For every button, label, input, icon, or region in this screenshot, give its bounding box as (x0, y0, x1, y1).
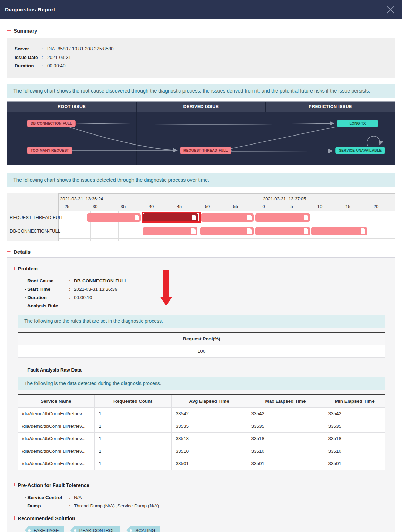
tick-label: 20 (374, 204, 378, 209)
column-prediction-issue: PREDICTION ISSUE (265, 102, 395, 112)
summary-section-title: Summary (7, 28, 395, 34)
tag-fake-page[interactable]: FAKE-PAGE (25, 526, 64, 532)
tick-label: 35 (121, 204, 126, 209)
document-icon (247, 228, 252, 234)
timeline-bar[interactable] (255, 227, 310, 235)
fault-analysis-raw-data-title: - Fault Analysis Raw Data (25, 367, 395, 373)
problem-fields: - Root Cause : DB-CONNECTION-FULL - Star… (25, 277, 395, 310)
field-duration: - Duration : 00:00:10 (25, 294, 395, 302)
document-icon (191, 228, 196, 234)
section-dash-icon (7, 251, 11, 252)
summary-row-server: Server : DIA_8580 / 10.81.208.225:8580 (15, 45, 387, 53)
document-icon (361, 228, 365, 234)
thread-dump-link[interactable]: N/A (105, 503, 113, 508)
node-db-connection-full[interactable]: DB-CONNECTION-FULL (27, 120, 76, 127)
document-icon (135, 215, 139, 220)
field-root-cause: - Root Cause : DB-CONNECTION-FULL (25, 277, 395, 285)
red-bullet-icon (14, 267, 15, 270)
rule-table-header: Request Pool(%) (18, 332, 385, 345)
table-header-row: Service Name Requested Count Avg Elapsed… (18, 395, 385, 407)
tick-label: 10 (317, 204, 322, 209)
timeline-bar[interactable] (87, 213, 141, 222)
document-icon (192, 215, 196, 220)
timeline-row (7, 227, 395, 235)
timeline-header: 2021-03-31_13:36:24 2021-03-31_13:37:05 … (7, 194, 395, 211)
timeline-end-timestamp: 2021-03-31_13:37:05 (263, 196, 306, 201)
table-row: /dia/demo/dbConnFull/retriev... 1 33510 … (18, 445, 385, 457)
summary-box: Server : DIA_8580 / 10.81.208.225:8580 I… (7, 38, 395, 78)
timeline-bar[interactable] (143, 227, 197, 235)
node-request-thread-full[interactable]: REQUEST-THREAD-FULL (180, 147, 231, 154)
document-icon (247, 215, 252, 220)
close-button[interactable] (385, 5, 396, 15)
rules-banner: The following are the rules that are set… (18, 315, 385, 328)
tick-label: 40 (149, 204, 154, 209)
document-icon (304, 215, 308, 220)
section-dash-icon (7, 30, 11, 31)
tick-label: 25 (65, 204, 69, 209)
field-service-control: - Service Control : N/A (25, 494, 395, 502)
service-dump-link[interactable]: N/A (149, 503, 157, 508)
raw-data-banner: The following is the data detected durin… (18, 377, 385, 390)
summary-row-issue-date: Issue Date : 2021-03-31 (15, 53, 387, 62)
details-section-title: Details (7, 249, 395, 255)
tag-scaling[interactable]: SCALING (126, 526, 160, 532)
node-too-many-request[interactable]: TOO-MANY-REQUEST (27, 147, 72, 154)
flow-chart-body: DB-CONNECTION-FULL TOO-MANY-REQUEST REQU… (7, 112, 395, 165)
tick-label: 15 (345, 204, 350, 209)
dialog-header: Diagnostics Report (0, 0, 402, 19)
field-analysis-rule: - Analysis Rule (25, 302, 395, 310)
close-icon (386, 5, 395, 14)
solution-tags: FAKE-PAGE PEAK-CONTROL SCALING (25, 526, 395, 532)
timeline-bar[interactable] (255, 213, 310, 222)
timeline-bar[interactable] (200, 227, 254, 235)
row-divider (7, 224, 395, 224)
table-row: /dia/demo/dbConnFull/retriev... 1 33535 … (18, 420, 385, 432)
document-icon (304, 228, 308, 234)
flow-chart-header: ROOT ISSUE DERIVED ISSUE PREDICTION ISSU… (7, 102, 395, 112)
timeline-bar-selected[interactable] (143, 213, 198, 222)
fault-analysis-table: Service Name Requested Count Avg Elapsed… (18, 394, 385, 470)
root-cause-banner: The following chart shows the root cause… (7, 84, 395, 98)
issue-date-value: 2021-03-31 (47, 53, 71, 62)
column-derived-issue: DERIVED ISSUE (136, 102, 265, 112)
diagnostics-report-dialog: { "header": { "title": "Diagnostics Repo… (0, 0, 402, 532)
field-start-time: - Start Time : 2021-03-31 13:36:39 (25, 285, 395, 294)
analysis-rule-table: Request Pool(%) 100 (18, 332, 385, 358)
red-bullet-icon (14, 516, 15, 520)
tick-label: 45 (177, 204, 182, 209)
summary-row-duration: Duration : 00:00:40 (15, 62, 387, 70)
timeline-row (7, 213, 395, 222)
tick-label: 30 (93, 204, 97, 209)
preaction-fields: - Service Control : N/A - Dump : Thread … (25, 494, 395, 510)
details-box: Problem - Root Cause : DB-CONNECTION-FUL… (7, 257, 395, 532)
timeline-bar[interactable] (201, 213, 254, 222)
issue-flow-chart: ROOT ISSUE DERIVED ISSUE PREDICTION ISSU… (7, 101, 395, 165)
tick-label: 55 (233, 204, 238, 209)
tick-label: 50 (205, 204, 210, 209)
row-divider (7, 238, 395, 239)
problem-heading: Problem (14, 266, 395, 271)
rule-table-value: 100 (18, 345, 385, 357)
server-value: DIA_8580 / 10.81.208.225:8580 (47, 45, 113, 53)
duration-value: 00:00:40 (47, 62, 66, 70)
table-row: /dia/demo/dbConnFull/retriev... 1 33501 … (18, 457, 385, 470)
tick-label: 5 (290, 204, 293, 209)
row-label-db-connection-full: DB-CONNECTION-FULL (10, 228, 60, 234)
node-long-tx[interactable]: LONG-TX (337, 120, 378, 127)
timeline-bar[interactable] (311, 227, 367, 235)
column-root-issue: ROOT ISSUE (7, 102, 136, 112)
field-dump: - Dump : Thread Dump (N/A) ,Service Dump… (25, 502, 395, 510)
tag-peak-control[interactable]: PEAK-CONTROL (70, 526, 120, 532)
table-row: /dia/demo/dbConnFull/retriev... 1 33542 … (18, 407, 385, 420)
table-row: /dia/demo/dbConnFull/retriev... 1 33518 … (18, 432, 385, 445)
issue-timeline-chart: 2021-03-31_13:36:24 2021-03-31_13:37:05 … (7, 193, 395, 241)
row-label-request-thread-full: REQUEST-THREAD-FULL (10, 215, 64, 220)
dialog-title: Diagnostics Report (5, 7, 55, 13)
solution-heading: Recommended Solution (14, 516, 395, 521)
timeline-banner: The following chart shows the issues det… (7, 173, 395, 187)
tick-label: 0 (262, 204, 265, 209)
timeline-plot: REQUEST-THREAD-FULL DB-CONNECTION-FULL (7, 211, 395, 241)
node-service-unavailable[interactable]: SERVICE-UNAVAILABLE (335, 147, 385, 154)
preaction-heading: Pre-Action for Fault Tolerence (14, 482, 395, 488)
